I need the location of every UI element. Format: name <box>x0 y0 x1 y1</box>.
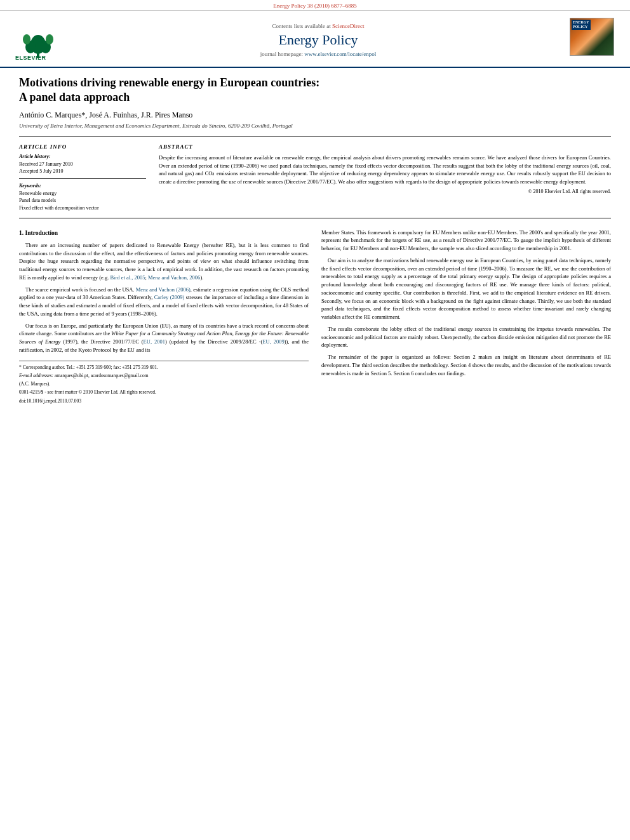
col1-para3: Our focus is on Europe, and particularly… <box>19 322 309 354</box>
contents-available-line: Contents lists available at ScienceDirec… <box>70 23 566 29</box>
section1-heading: 1. Introduction <box>19 229 309 237</box>
keyword-2: Panel data models <box>19 197 146 204</box>
ep-cover-area: ENERGY POLICY <box>566 18 617 62</box>
article-info-panel: ARTICLE INFO Article history: Received 2… <box>19 143 146 211</box>
col1-para2: The scarce empirical work is focused on … <box>19 286 309 318</box>
sciencedirect-link[interactable]: ScienceDirect <box>332 23 364 29</box>
svg-point-5 <box>23 34 30 44</box>
footnote-2: E-mail addresses: amarques@ubi.pt, acard… <box>19 372 309 379</box>
abstract-panel: ABSTRACT Despite the increasing amount o… <box>159 143 611 211</box>
elsevier-logo-svg: ELSEVIER <box>13 17 67 62</box>
article-title: Motivations driving renewable energy in … <box>19 76 611 105</box>
abstract-text: Despite the increasing amount of literat… <box>159 154 611 186</box>
abstract-title: ABSTRACT <box>159 143 611 150</box>
history-label: Article history: <box>19 154 146 159</box>
footnote-1: * Corresponding author. Tel.: +351 275 3… <box>19 364 309 371</box>
homepage-link[interactable]: www.elsevier.com/locate/enpol <box>304 51 376 57</box>
authors-line: António C. Marques*, José A. Fuinhas, J.… <box>19 110 611 120</box>
ref-carley-2009[interactable]: Carley (2009) <box>154 294 185 300</box>
affiliation-line: University of Beira Interior, Management… <box>19 123 611 129</box>
col2-para2: Our aim is to analyze the motivations be… <box>321 257 611 321</box>
col1-para1: There are an increasing number of papers… <box>19 241 309 282</box>
journal-header: ELSEVIER Contents lists available at Sci… <box>0 11 630 68</box>
article-body: Motivations driving renewable energy in … <box>0 68 630 417</box>
elsevier-logo-area: ELSEVIER <box>13 17 70 63</box>
main-text-area: 1. Introduction There are an increasing … <box>19 229 611 404</box>
col2-para1: Member States. This framework is compuls… <box>321 229 611 253</box>
accepted-date: Accepted 5 July 2010 <box>19 168 146 175</box>
journal-center-info: Contents lists available at ScienceDirec… <box>70 23 566 57</box>
article-info-title: ARTICLE INFO <box>19 143 146 150</box>
license-line: 0301-4215/$ - see front matter © 2010 El… <box>19 389 309 396</box>
info-divider <box>19 178 146 179</box>
doi-line: doi:10.1016/j.enpol.2010.07.003 <box>19 397 309 404</box>
keyword-1: Renewable energy <box>19 190 146 197</box>
copyright-notice: © 2010 Elsevier Ltd. All rights reserved… <box>159 189 611 194</box>
journal-title: Energy Policy <box>70 32 566 48</box>
right-column: Member States. This framework is compuls… <box>321 229 611 404</box>
left-column: 1. Introduction There are an increasing … <box>19 229 309 404</box>
svg-point-6 <box>46 34 53 44</box>
citation-text: Energy Policy 38 (2010) 6877–6885 <box>273 3 356 9</box>
svg-text:ELSEVIER: ELSEVIER <box>15 55 46 61</box>
ref-menz-vachon-2006[interactable]: Menz and Vachon (2006) <box>136 286 191 293</box>
citation-bar: Energy Policy 38 (2010) 6877–6885 <box>0 0 630 11</box>
col2-para4: The remainder of the paper is organized … <box>321 353 611 377</box>
keyword-3: Fixed effect with decomposition vector <box>19 204 146 211</box>
col2-para3: The results corroborate the lobby effect… <box>321 325 611 349</box>
info-abstract-section: ARTICLE INFO Article history: Received 2… <box>19 137 611 218</box>
para4-start-word: The <box>328 354 336 360</box>
footnote-area: * Corresponding author. Tel.: +351 275 3… <box>19 361 309 404</box>
keywords-label: Keywords: <box>19 183 146 189</box>
ep-cover-image: ENERGY POLICY <box>570 18 614 56</box>
ref-eu-2001[interactable]: EU, 2001 <box>144 338 165 345</box>
homepage-line: journal homepage: www.elsevier.com/locat… <box>70 51 566 57</box>
ref-menz-2006[interactable]: Menz and Vachon, 2006 <box>148 274 200 281</box>
ep-cover-label: ENERGY POLICY <box>572 20 591 30</box>
footnote-3: (A.C. Marques). <box>19 380 309 387</box>
received-date: Received 27 January 2010 <box>19 161 146 168</box>
ref-eu-2009[interactable]: EU, 2009 <box>262 338 284 345</box>
ref-bird-2005[interactable]: Bird et al., 2005 <box>110 274 145 281</box>
